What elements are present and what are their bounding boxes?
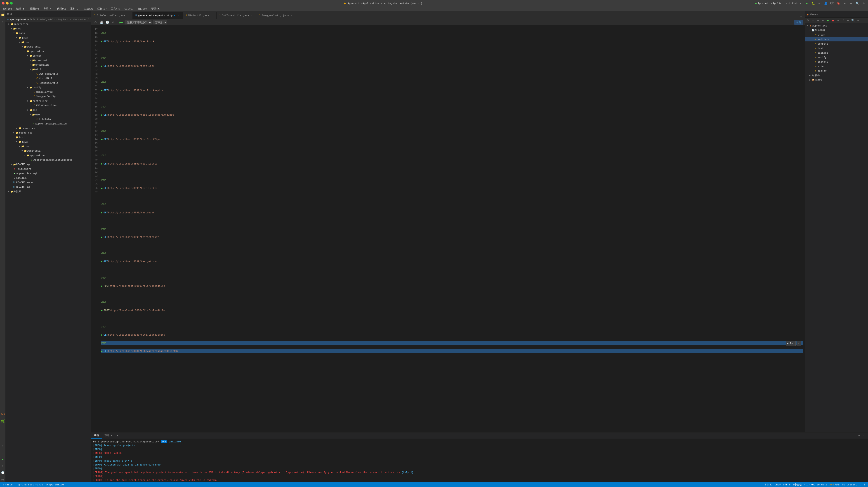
bottom-settings-btn[interactable]: ⚙ bbox=[857, 433, 861, 438]
tree-item-test[interactable]: ▼ 📁 test bbox=[5, 135, 91, 139]
activity-push[interactable]: ↑ bbox=[0, 463, 5, 468]
history-btn[interactable]: 🕐 bbox=[105, 20, 110, 25]
run-line-btn[interactable]: ▶ bbox=[101, 162, 103, 166]
tree-item-apprentice-tests[interactable]: ▶ ApprenticeApplicationTests bbox=[5, 157, 91, 162]
tree-item-apprentice-root[interactable]: ▼ 📁 apprentice bbox=[5, 22, 91, 26]
run-line-btn[interactable]: ▶ bbox=[101, 349, 103, 353]
tree-item-constant[interactable]: ▶ 📁 constant bbox=[5, 58, 91, 62]
status-git-sync[interactable]: ↑ 1 ↑/up-to-date bbox=[803, 483, 828, 486]
run-line-btn[interactable]: ▶ bbox=[101, 88, 103, 92]
save-all-btn[interactable]: 💾 bbox=[99, 20, 104, 25]
forward-icon[interactable]: → bbox=[848, 1, 854, 6]
tab-more-btn[interactable]: ⋯ bbox=[799, 14, 804, 19]
tree-item-dao[interactable]: ▼ 📁 dao bbox=[5, 108, 91, 112]
tree-item-apprentice-inner[interactable]: ▼ 📁 apprentice bbox=[5, 49, 91, 53]
sync-btn[interactable]: ⟳ bbox=[93, 20, 98, 25]
tree-item-readme-md[interactable]: M↓ README.md bbox=[5, 185, 91, 189]
maven-item-verify[interactable]: ⚙ verify bbox=[805, 55, 868, 59]
settings-icon[interactable]: ⚙ bbox=[861, 1, 866, 6]
maven-item-compile[interactable]: ⚙ compile bbox=[805, 41, 868, 46]
maven-collapse-btn[interactable]: ⊞ bbox=[846, 18, 850, 23]
menu-refactor[interactable]: 重构(O) bbox=[68, 6, 82, 11]
tab-close-btn[interactable]: × bbox=[211, 14, 214, 17]
tree-item-com2[interactable]: ▼ 📁 com bbox=[5, 144, 91, 148]
tree-item-readmeimg[interactable]: ▶ 📁 READMEimg bbox=[5, 162, 91, 167]
maven-search-btn[interactable]: 🔍 bbox=[850, 18, 855, 23]
code-editor[interactable]: 1718192021 2223242526 2728293031 3233343… bbox=[91, 26, 805, 432]
maven-item-project[interactable]: ▼ ◆ apprentice bbox=[805, 23, 868, 28]
maven-item-validate[interactable]: ⚙ validate bbox=[805, 37, 868, 41]
tab-close-btn[interactable]: × bbox=[177, 14, 180, 17]
maximize-button[interactable] bbox=[10, 2, 13, 4]
back-icon[interactable]: ← bbox=[842, 1, 847, 6]
tree-item-util[interactable]: ▼ 📁 util bbox=[5, 67, 91, 71]
maven-reload-btn[interactable]: ⟳ bbox=[806, 18, 810, 23]
status-encoding[interactable]: UTF-8 bbox=[782, 483, 792, 486]
run-line-btn[interactable]: ▶ bbox=[101, 284, 103, 288]
tree-item-minioutil[interactable]: C MinioUtil bbox=[5, 76, 91, 81]
run-line-btn[interactable]: ▶ bbox=[101, 260, 103, 264]
maven-unlink-btn[interactable]: ⊟ bbox=[816, 18, 820, 23]
status-project[interactable]: spring-boot-minio bbox=[17, 482, 44, 487]
bottom-add-tab-btn[interactable]: + bbox=[115, 433, 120, 438]
status-aws[interactable]: AWS AWS: No credent... bbox=[829, 483, 862, 486]
tab-close-btn[interactable]: × bbox=[250, 14, 253, 17]
run-line-btn[interactable]: ▶ bbox=[101, 211, 103, 215]
translate-icon[interactable]: A文 bbox=[830, 1, 835, 6]
tree-item-apprentice-app[interactable]: ▶ ApprenticeApplication bbox=[5, 121, 91, 126]
maven-settings-btn[interactable]: ⚙ bbox=[821, 18, 825, 23]
maven-item-deps[interactable]: ▶ 📦 依赖项 bbox=[805, 78, 868, 82]
menu-help[interactable]: 帮助(H) bbox=[149, 6, 162, 11]
maven-item-lifecycle[interactable]: ▼ 🔄 生命周期 bbox=[805, 28, 868, 32]
tree-item-sql[interactable]: ■ apprentice.sql bbox=[5, 171, 91, 176]
more-btn[interactable]: ⋯ bbox=[817, 1, 822, 6]
menu-nav[interactable]: 导航(M) bbox=[41, 6, 55, 11]
tree-item-dto[interactable]: ▼ 📁 dto bbox=[5, 112, 91, 117]
tab-swaggerconfig[interactable]: J SwaggerConfig.java × bbox=[256, 12, 296, 19]
code-content[interactable]: ### ▶GET http://localhost:8899/testRLock… bbox=[99, 26, 805, 432]
maven-item-site[interactable]: ⚙ site bbox=[805, 64, 868, 68]
tree-item-resources2[interactable]: ▶ 📁 resources bbox=[5, 130, 91, 135]
maven-item-deploy[interactable]: ⚙ deploy bbox=[805, 68, 868, 73]
activity-aws[interactable]: AWS bbox=[0, 412, 5, 417]
tree-item-wangfugui[interactable]: ▼ 📁 wangfugui bbox=[5, 45, 91, 49]
tree-item-controller[interactable]: ▼ 📁 controller bbox=[5, 99, 91, 103]
run-overlay-close-btn[interactable]: × bbox=[797, 341, 801, 346]
run-line-btn[interactable]: ▶ bbox=[101, 64, 103, 68]
example-btn[interactable]: 示例 bbox=[794, 20, 803, 25]
menu-run[interactable]: 运行(U) bbox=[96, 6, 109, 11]
tree-item-jwttokenutils[interactable]: C JwtTokenUtils bbox=[5, 71, 91, 76]
tree-item-exception[interactable]: ▶ 📁 exception bbox=[5, 62, 91, 67]
bottom-tab-terminal[interactable]: 终端 bbox=[91, 432, 102, 438]
run-line-btn[interactable]: ▶ bbox=[101, 333, 103, 337]
tree-item-readme-en[interactable]: M↓ README.en.md bbox=[5, 180, 91, 185]
activity-more[interactable]: ⋯ bbox=[0, 425, 5, 430]
menu-view[interactable]: 视图(V) bbox=[28, 6, 41, 11]
run-line-btn[interactable]: ▶ bbox=[101, 235, 103, 239]
tree-item-com[interactable]: ▼ 📁 com bbox=[5, 40, 91, 45]
menu-file[interactable]: 文件(F) bbox=[1, 6, 14, 11]
tree-item-gitignore[interactable]: ⊙ .gitignore bbox=[5, 167, 91, 171]
tab-jwttokenutils[interactable]: J JwtTokenUtils.java × bbox=[217, 12, 256, 19]
tree-item-filecontroller[interactable]: C FileController bbox=[5, 103, 91, 108]
maven-thread-btn[interactable]: ⚡ bbox=[841, 18, 845, 23]
bookmark-icon[interactable]: 🔖 bbox=[836, 1, 841, 6]
tree-item-fileinfo[interactable]: C FileInfo bbox=[5, 117, 91, 121]
terminal-content[interactable]: PS E:\dev\code\spring-boot-minio\apprent… bbox=[91, 439, 868, 482]
env-selector[interactable]: 无环境 bbox=[153, 20, 167, 24]
run-line-btn[interactable]: ▶ bbox=[101, 39, 103, 44]
tree-item-license[interactable]: L LICENSE bbox=[5, 176, 91, 180]
tree-item-minioconfig[interactable]: C MinioConfig bbox=[5, 90, 91, 94]
menu-code[interactable]: 代码(C) bbox=[55, 6, 68, 11]
status-line-ending[interactable]: CRLF bbox=[774, 483, 782, 486]
run-line-btn[interactable]: ▶ bbox=[101, 113, 103, 117]
menu-git[interactable]: Git(G) bbox=[123, 7, 135, 11]
activity-project[interactable]: 📁 bbox=[0, 12, 5, 17]
maven-skip-btn[interactable]: ⊘ bbox=[836, 18, 840, 23]
run-selector[interactable]: 使用以下环境运行 bbox=[125, 20, 152, 24]
status-subproject[interactable]: ▶ apprentice bbox=[46, 482, 65, 487]
activity-time[interactable]: 🕐 bbox=[0, 470, 5, 475]
tab-close-btn[interactable]: × bbox=[127, 14, 130, 17]
activity-commit[interactable]: ⑂ bbox=[0, 19, 5, 24]
maven-add-btn[interactable]: + bbox=[811, 18, 815, 23]
